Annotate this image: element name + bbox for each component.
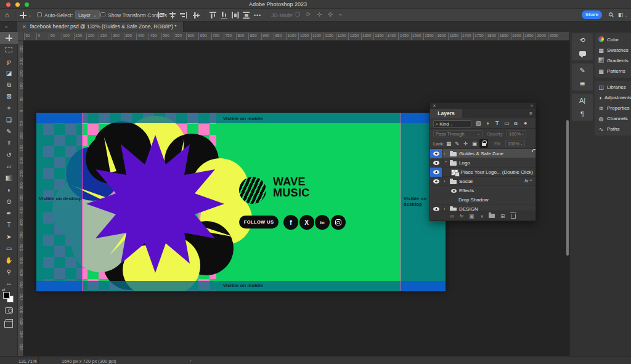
delete-layer-icon[interactable] (511, 214, 516, 219)
paragraph-icon[interactable]: ¶ (572, 107, 593, 121)
distribute-horizontal-icon[interactable] (232, 12, 238, 18)
lock-transparency-icon[interactable]: ▦ (446, 140, 451, 147)
move-tool-icon[interactable] (20, 12, 26, 20)
layer-row[interactable]: ›Socialfx ^ (430, 177, 535, 186)
lock-position-icon[interactable]: ✛ (463, 140, 468, 147)
dock-panel-swatches[interactable]: ▦Swatches (595, 45, 631, 55)
layer-visibility-toggle[interactable] (430, 177, 442, 186)
brush-tool[interactable]: ✎ (0, 126, 18, 137)
layer-thumbnail[interactable] (451, 169, 458, 176)
search-icon[interactable]: ⚲ (607, 10, 616, 20)
pen-tool[interactable]: ✒ (0, 208, 18, 219)
auto-select-checkbox[interactable] (37, 12, 42, 17)
align-right-edges-icon[interactable] (180, 12, 187, 18)
align-horizontal-centers-icon[interactable] (169, 12, 176, 18)
move-tool[interactable] (0, 32, 18, 44)
zoom-tool[interactable]: ⚲ (0, 266, 18, 278)
dock-panel-color[interactable]: Color (595, 34, 631, 45)
layer-row[interactable]: Effects (430, 186, 535, 195)
document-vertical-scrollbar[interactable] (566, 120, 569, 256)
dock-panel-gradients[interactable]: Gradients (595, 55, 631, 66)
dock-panel-libraries[interactable]: ◫Libraries (595, 82, 631, 92)
object-selection-tool[interactable]: ◪ (0, 67, 18, 79)
align-left-edges-icon[interactable] (158, 12, 165, 18)
tab-overflow-icon[interactable]: » (5, 24, 7, 30)
fill-value[interactable]: 100% ⌄ (505, 140, 525, 147)
lasso-tool[interactable]: ℘ (0, 55, 18, 67)
auto-select-target-dropdown[interactable]: Layer⌄ (75, 10, 100, 19)
history-brush-tool[interactable]: ↺ (0, 149, 18, 161)
layer-row[interactable]: Drop Shadow (430, 195, 535, 204)
zoom-level-field[interactable]: 131,71% (18, 358, 37, 364)
filter-type-layers-icon[interactable]: T (495, 120, 499, 126)
path-selection-tool[interactable]: ➤ (0, 231, 18, 243)
layer-mask-icon[interactable]: ▣ (469, 212, 474, 220)
rectangle-tool[interactable]: ▭ (0, 243, 18, 254)
new-group-icon[interactable] (489, 214, 495, 218)
dock-panel-channels[interactable]: ◍Channels (595, 113, 631, 124)
frame-tool[interactable]: ⊠ (0, 91, 18, 102)
share-button[interactable]: Share (582, 10, 602, 19)
crop-tool[interactable]: ⧉ (0, 79, 18, 91)
minimize-window-button[interactable] (15, 2, 20, 7)
brushes-icon[interactable]: ≣ (572, 77, 593, 91)
zoom-window-button[interactable] (25, 2, 29, 7)
filter-shape-layers-icon[interactable]: ▭ (504, 120, 510, 126)
character-icon[interactable]: A| (572, 94, 593, 107)
panel-menu-icon[interactable]: ≡ (529, 111, 532, 116)
canvas[interactable]: WAVE MUSIC FOLLOW US fXin Visible on mob… (36, 113, 446, 291)
filter-toggle-icon[interactable]: ● (524, 120, 527, 126)
align-bottom-edges-icon[interactable] (221, 12, 227, 18)
layer-visibility-toggle[interactable] (430, 149, 442, 158)
gradient-tool[interactable] (0, 172, 18, 184)
color-swatches[interactable]: ⇄ (0, 289, 18, 304)
layer-visibility-toggle[interactable] (430, 168, 442, 177)
type-tool[interactable]: T (0, 219, 18, 231)
dock-panel-paths[interactable]: ∿Paths (595, 124, 631, 134)
expand-icon[interactable]: › (444, 179, 447, 184)
dock-panel-properties[interactable]: ≋Properties (595, 103, 631, 113)
layer-fx-icon[interactable]: fx ^ (524, 178, 532, 184)
layer-row[interactable]: ›Logo (430, 158, 535, 168)
layer-row[interactable]: Place Your Logo... (Double Click) (430, 168, 535, 177)
healing-brush-tool[interactable]: ❏ (0, 114, 18, 126)
expand-icon[interactable]: › (444, 161, 448, 165)
dock-panel-adjustments[interactable]: ◑Adjustments (595, 92, 631, 103)
lock-all-icon[interactable] (479, 139, 488, 148)
filter-kind-dropdown[interactable]: ⌕ Kind ⌄ (433, 120, 471, 127)
expand-icon[interactable]: › (444, 152, 447, 156)
close-tab-icon[interactable]: ✕ (22, 24, 26, 30)
document-tab[interactable]: ✕facebook header.psd @ 132% (Guides & Sa… (17, 22, 184, 32)
lock-image-icon[interactable]: ✎ (455, 140, 459, 147)
clone-stamp-tool[interactable]: ⍒ (0, 137, 18, 149)
workspace-switcher-icon[interactable]: ◧ ⌄ (618, 12, 628, 18)
blur-tool[interactable]: ◗ (0, 184, 18, 196)
tool-preset-chevron-icon[interactable]: ⌄ (28, 13, 31, 17)
layer-visibility-toggle[interactable] (430, 158, 442, 168)
eyedropper-tool[interactable]: ✧ (0, 102, 18, 114)
align-vertical-centers-icon[interactable] (193, 12, 200, 18)
layer-style-icon[interactable]: fx (460, 212, 463, 220)
link-layers-icon[interactable]: ∞ (450, 212, 454, 220)
blend-mode-dropdown[interactable]: Pass Through ⌄ (433, 130, 482, 137)
new-layer-icon[interactable]: ⊞ (500, 212, 505, 220)
layers-tab[interactable]: Layers (430, 109, 462, 118)
lock-artboard-icon[interactable]: ▣ (472, 140, 477, 147)
effects-visibility-toggle[interactable] (451, 189, 457, 193)
opacity-value[interactable]: 100% ⌄ (507, 130, 526, 137)
brush-settings-icon[interactable]: ✎ (572, 63, 593, 77)
eraser-tool[interactable]: ▱ (0, 161, 18, 172)
comments-icon[interactable] (572, 47, 593, 60)
filter-adjustment-layers-icon[interactable]: ◑ (486, 120, 489, 126)
filter-smart-objects-icon[interactable]: ⧇ (514, 120, 518, 127)
close-panel-icon[interactable]: ✕ (433, 103, 436, 108)
quick-mask[interactable] (0, 304, 18, 316)
align-more-icon[interactable]: ••• (254, 12, 261, 18)
hand-tool[interactable]: ✋ (0, 254, 18, 266)
distribute-vertical-icon[interactable] (243, 12, 250, 18)
history-icon[interactable]: ⟲ (572, 33, 593, 47)
layer-row[interactable]: ›Guides & Safe Zone (430, 149, 535, 158)
show-transform-checkbox[interactable] (100, 12, 105, 17)
screen-mode[interactable] (0, 316, 18, 328)
adjustment-layer-icon[interactable]: ◑ (480, 212, 483, 220)
